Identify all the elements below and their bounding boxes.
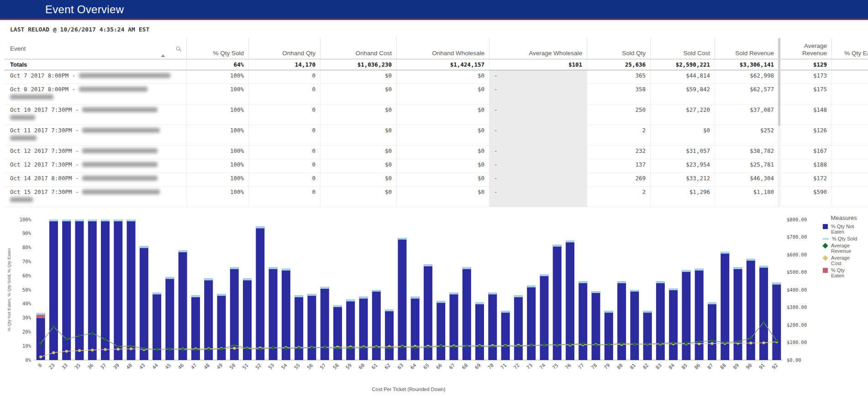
column-header-onhand-cost[interactable]: Onhand Cost — [321, 38, 397, 59]
avg-revenue-point-61[interactable] — [375, 346, 378, 349]
avg-revenue-point-51[interactable] — [246, 347, 248, 350]
table-cell[interactable]: $33,212 — [651, 173, 715, 187]
table-cell[interactable]: $59,842 — [651, 84, 715, 104]
bar-not-eaten-67[interactable] — [449, 293, 458, 360]
bar-not-eaten-52[interactable] — [256, 226, 264, 360]
legend-item--qty-not-eaten[interactable]: % Qty Not Eaten — [817, 224, 868, 235]
avg-revenue-point-80[interactable] — [620, 342, 623, 345]
table-cell[interactable]: 0 — [249, 70, 321, 84]
avg-revenue-point-85[interactable] — [685, 342, 688, 345]
table-cell[interactable]: 358 — [587, 84, 651, 104]
bar-not-eaten-36[interactable] — [88, 219, 97, 360]
table-row[interactable]: Oct 14 2017 8:00PM - 100%0$0$0-269$33,21… — [5, 173, 868, 187]
bar-cap-sold-86[interactable] — [695, 269, 704, 271]
bar-not-eaten-89[interactable] — [734, 267, 742, 360]
avg-revenue-point-71[interactable] — [504, 345, 507, 347]
bar-cap-sold-85[interactable] — [682, 270, 690, 272]
table-cell[interactable]: $0 — [397, 146, 489, 159]
bar-not-eaten-83[interactable] — [656, 282, 665, 360]
avg-revenue-point-76[interactable] — [568, 343, 571, 345]
avg-revenue-point-43[interactable] — [142, 347, 145, 350]
bar-not-eaten-91[interactable] — [759, 266, 768, 360]
table-cell[interactable]: - — [489, 104, 587, 125]
avg-cost-point-50[interactable] — [233, 347, 236, 350]
bar-cap-sold-37[interactable] — [101, 219, 110, 221]
avg-revenue-point-46[interactable] — [181, 348, 184, 351]
table-cell[interactable]: $0 — [397, 125, 489, 146]
column-header--qty-eaten[interactable]: % Qty Eaten — [832, 38, 868, 59]
table-cell[interactable]: $0 — [321, 146, 397, 159]
bar-cap-sold-36[interactable] — [88, 219, 97, 221]
avg-cost-point-23[interactable] — [52, 351, 55, 354]
bar-cap-sold-90[interactable] — [747, 259, 755, 261]
avg-cost-point-37[interactable] — [104, 348, 106, 351]
avg-revenue-point-89[interactable] — [736, 340, 739, 343]
avg-revenue-point-74[interactable] — [543, 344, 546, 346]
bar-not-eaten-78[interactable] — [592, 291, 600, 360]
legend-item-average-cost[interactable]: Average Cost — [817, 255, 868, 266]
table-cell[interactable]: 365 — [587, 70, 651, 84]
table-scrollbar[interactable] — [778, 38, 781, 207]
table-cell[interactable]: $0 — [397, 104, 489, 125]
avg-revenue-point-83[interactable] — [659, 342, 662, 345]
bar-cap-sold-66[interactable] — [437, 301, 445, 303]
table-cell[interactable]: 0 — [249, 146, 321, 159]
bar-cap-sold-50[interactable] — [230, 267, 239, 269]
bar-not-eaten-73[interactable] — [527, 286, 536, 360]
avg-revenue-point-53[interactable] — [272, 346, 274, 349]
bar-cap-sold-58[interactable] — [333, 305, 342, 307]
table-cell[interactable]: $167 — [779, 146, 832, 159]
bar-not-eaten-92[interactable] — [772, 283, 781, 360]
avg-revenue-point-59[interactable] — [349, 347, 352, 350]
bar-not-eaten-35[interactable] — [75, 219, 84, 360]
bar-cap-sold-77[interactable] — [579, 282, 587, 283]
bar-cap-sold-52[interactable] — [256, 226, 264, 228]
avg-cost-point-35[interactable] — [78, 349, 81, 352]
avg-revenue-point-35[interactable] — [78, 334, 81, 337]
table-cell[interactable]: $0 — [321, 70, 397, 84]
table-scrollbar-thumb[interactable] — [778, 38, 780, 126]
bar-cap-sold-65[interactable] — [424, 265, 432, 266]
bar-cap-sold-54[interactable] — [282, 269, 290, 271]
bar-cap-sold-80[interactable] — [617, 282, 626, 283]
avg-revenue-point-81[interactable] — [633, 343, 636, 345]
avg-revenue-point-56[interactable] — [310, 346, 313, 349]
bar-cap-sold-79[interactable] — [605, 311, 613, 313]
table-cell[interactable]: $25,781 — [715, 159, 779, 173]
bar-cap-sold-46[interactable] — [179, 251, 187, 252]
bar-not-eaten-59[interactable] — [346, 300, 355, 360]
bar-cap-sold-57[interactable] — [321, 287, 329, 289]
avg-cost-point-87[interactable] — [710, 342, 713, 345]
bar-not-eaten-84[interactable] — [669, 288, 678, 360]
bar-not-eaten-77[interactable] — [579, 282, 587, 360]
table-cell[interactable]: $188 — [779, 159, 832, 173]
bar-cap-sold-44[interactable] — [153, 293, 161, 294]
bar-cap-sold-87[interactable] — [708, 303, 716, 304]
table-cell[interactable]: $0 — [397, 159, 489, 173]
avg-revenue-point-55[interactable] — [298, 347, 300, 350]
bar-not-eaten-74[interactable] — [540, 274, 548, 360]
bar-cap-sold-0[interactable] — [37, 313, 45, 315]
bar-cap-sold-56[interactable] — [307, 294, 316, 296]
bar-cap-sold-78[interactable] — [592, 291, 600, 293]
column-header-sold-cost[interactable]: Sold Cost — [651, 38, 715, 59]
event-cell[interactable]: Oct 11 2017 7:30PM - — [5, 125, 187, 146]
bar-cap-sold-23[interactable] — [49, 219, 58, 221]
table-cell[interactable]: 9% — [832, 146, 868, 159]
bar-not-eaten-85[interactable] — [682, 270, 690, 360]
avg-revenue-point-37[interactable] — [104, 338, 106, 340]
column-header-sold-qty[interactable]: Sold Qty — [587, 38, 651, 59]
table-cell[interactable]: - — [489, 187, 587, 207]
column-header-onhand-wholesale[interactable]: Onhand Wholesale — [397, 38, 489, 59]
table-cell[interactable]: 100% — [187, 173, 249, 187]
table-cell[interactable]: 2 — [587, 187, 651, 207]
avg-revenue-point-92[interactable] — [775, 340, 778, 342]
table-cell[interactable]: $0 — [397, 173, 489, 187]
table-cell[interactable]: 100% — [187, 146, 249, 159]
avg-cost-point-0[interactable] — [39, 355, 42, 358]
table-cell[interactable]: $252 — [715, 125, 779, 146]
avg-revenue-point-33[interactable] — [65, 338, 68, 340]
search-icon[interactable] — [176, 46, 182, 52]
bar-not-eaten-64[interactable] — [411, 297, 420, 360]
bar-not-eaten-60[interactable] — [359, 297, 368, 360]
